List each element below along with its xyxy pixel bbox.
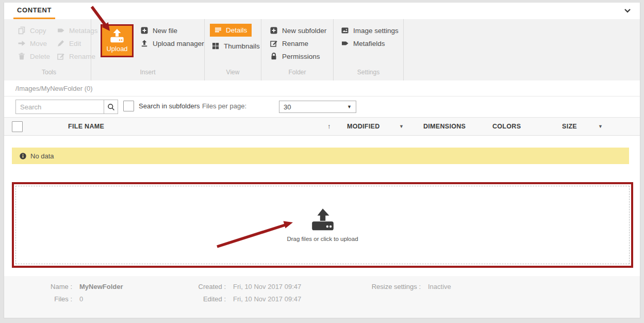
tag-icon: [341, 39, 349, 47]
name-value: MyNewFolder: [79, 283, 123, 290]
image-settings-button[interactable]: Image settings: [341, 26, 403, 35]
folder-details-footer: Name : MyNewFolder Files : 0 Created : F…: [4, 276, 640, 318]
upload-label: Upload: [106, 45, 127, 53]
tab-content[interactable]: CONTENT: [13, 3, 55, 19]
ribbon-group-tools: Copy Metatags Move Edit: [7, 19, 91, 80]
metafields-label: Metafields: [353, 40, 385, 47]
delete-button[interactable]: Delete: [18, 52, 51, 60]
no-data-text: No data: [30, 152, 54, 160]
move-label: Move: [30, 40, 47, 47]
plus-square-icon: [140, 26, 148, 35]
upload-manager-label: Upload manager: [153, 40, 204, 47]
image-icon: [341, 26, 349, 35]
upload-dropzone-inner: Drag files or click to upload: [15, 186, 630, 264]
arrow-right-icon: [18, 39, 26, 47]
modified-dropdown-icon[interactable]: ▼: [399, 124, 404, 129]
details-view-button[interactable]: Details: [210, 24, 252, 37]
group-label-folder: Folder: [261, 69, 333, 76]
content-panel: CONTENT Copy Metatags: [4, 2, 640, 318]
permissions-button[interactable]: Permissions: [270, 52, 333, 60]
edited-value: Fri, 10 Nov 2017 09:47: [233, 295, 301, 303]
new-file-label: New file: [153, 27, 177, 35]
group-label-settings: Settings: [334, 69, 403, 76]
name-label: Name :: [34, 283, 79, 290]
copy-label: Copy: [30, 27, 46, 35]
size-dropdown-icon[interactable]: ▼: [598, 124, 603, 129]
resize-settings-label: Resize settings :: [339, 283, 428, 290]
files-per-page-select[interactable]: 30 ▼: [279, 101, 356, 113]
search-button[interactable]: [104, 100, 118, 114]
search-box: [15, 100, 118, 114]
search-input[interactable]: [16, 100, 104, 114]
ribbon-group-settings: Image settings Metafields Settings: [334, 19, 404, 80]
pencil-square-icon: [57, 52, 65, 60]
search-icon: [107, 103, 115, 111]
files-value: 0: [79, 295, 83, 303]
metafields-button[interactable]: Metafields: [341, 39, 403, 47]
breadcrumb: /Images/MyNewFolder (0): [4, 80, 640, 96]
created-value: Fri, 10 Nov 2017 09:47: [233, 283, 301, 290]
copy-button[interactable]: Copy: [18, 26, 51, 35]
info-icon: [19, 152, 27, 160]
folder-rename-button[interactable]: Rename: [270, 39, 333, 47]
trash-icon: [18, 52, 26, 60]
edited-label: Edited :: [178, 295, 233, 303]
upload-button[interactable]: Upload: [101, 24, 134, 57]
permissions-label: Permissions: [282, 53, 320, 60]
group-label-insert: Insert: [91, 69, 204, 76]
upload-manager-button[interactable]: Upload manager: [140, 39, 204, 47]
upload-arrow-icon: [140, 39, 148, 47]
ribbon-group-insert: Upload New file Upload manager Insert: [91, 19, 205, 80]
dropzone-message: Drag files or click to upload: [287, 236, 358, 242]
lock-icon: [270, 52, 278, 60]
new-file-button[interactable]: New file: [140, 26, 204, 35]
column-header-dimensions[interactable]: DIMENSIONS: [423, 123, 466, 130]
image-settings-label: Image settings: [353, 27, 399, 35]
group-label-view: View: [205, 69, 261, 76]
new-subfolder-button[interactable]: New subfolder: [270, 26, 333, 35]
folder-rename-label: Rename: [282, 40, 308, 47]
filter-row: Search in subfolders Files per page: 30 …: [4, 96, 640, 117]
resize-settings-value: Inactive: [428, 283, 451, 290]
move-button[interactable]: Move: [18, 39, 51, 47]
upload-dropzone[interactable]: Drag files or click to upload: [12, 182, 633, 268]
tab-bar: CONTENT: [4, 3, 640, 19]
ribbon-toolbar: Copy Metatags Move Edit: [4, 19, 640, 80]
column-header-colors[interactable]: COLORS: [492, 123, 521, 130]
chevron-down-icon[interactable]: [622, 7, 633, 15]
ribbon-group-view: Details Thumbnails View: [205, 19, 261, 80]
ribbon-group-folder: New subfolder Rename Permissions Folder: [261, 19, 334, 80]
pencil-icon: [57, 39, 65, 47]
copy-icon: [18, 26, 26, 35]
grid-icon: [211, 42, 220, 50]
select-all-checkbox[interactable]: [12, 121, 23, 132]
search-in-subfolders-label: Search in subfolders: [139, 102, 200, 110]
list-icon: [214, 26, 222, 34]
pencil-square-icon: [270, 39, 278, 47]
table-header: FILE NAME ↑ MODIFIED ▼ DIMENSIONS COLORS…: [4, 117, 640, 136]
thumbnails-view-button[interactable]: Thumbnails: [211, 42, 261, 50]
files-per-page-label: Files per page:: [202, 102, 246, 110]
upload-tray-icon: [109, 29, 125, 43]
sort-ascending-icon[interactable]: ↑: [327, 122, 331, 130]
column-header-file-name[interactable]: FILE NAME: [68, 123, 104, 130]
column-header-modified[interactable]: MODIFIED: [347, 123, 380, 130]
created-label: Created :: [178, 283, 233, 290]
files-per-page-value: 30: [284, 103, 291, 111]
delete-label: Delete: [30, 53, 50, 60]
select-caret-icon: ▼: [347, 104, 352, 109]
search-in-subfolders-checkbox[interactable]: [123, 101, 134, 111]
plus-square-icon: [270, 26, 278, 35]
no-data-alert: No data: [12, 148, 629, 164]
thumbnails-label: Thumbnails: [224, 42, 260, 50]
new-subfolder-label: New subfolder: [282, 27, 326, 35]
files-label: Files :: [34, 295, 79, 303]
column-header-size[interactable]: SIZE: [562, 123, 577, 130]
upload-tray-icon: [310, 208, 336, 231]
edit-label: Edit: [69, 40, 81, 47]
tag-icon: [57, 26, 65, 35]
details-label: Details: [226, 26, 247, 34]
group-label-tools: Tools: [7, 69, 91, 76]
